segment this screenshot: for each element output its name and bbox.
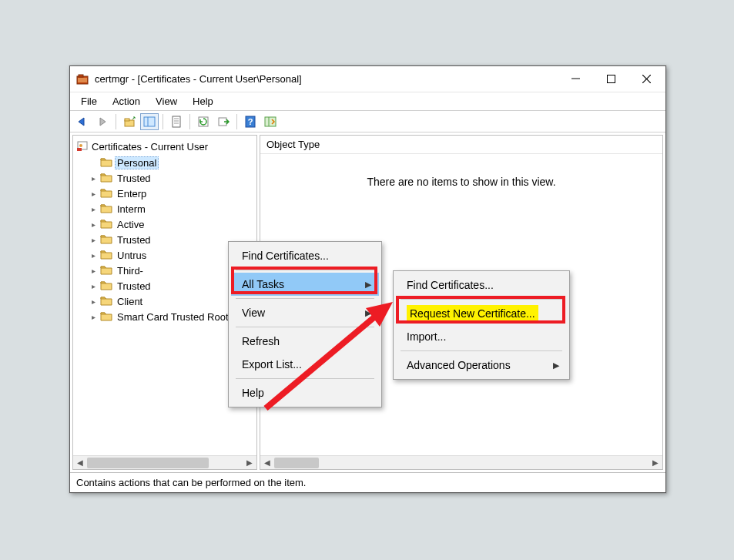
- ctx-view[interactable]: View ▶: [231, 301, 379, 324]
- highlight-request: Request New Certificate...: [407, 305, 538, 322]
- svg-text:?: ?: [248, 117, 253, 126]
- context-menu-2: Find Certificates... Request New Certifi…: [393, 270, 570, 380]
- ctx2-find-certificates[interactable]: Find Certificates...: [396, 273, 567, 297]
- tree-root[interactable]: Certificates - Current User: [76, 139, 256, 155]
- tree-item[interactable]: Personal: [89, 155, 256, 170]
- expander-icon[interactable]: ▸: [89, 312, 98, 321]
- menubar: File Action View Help: [70, 92, 665, 111]
- folder-icon: [100, 295, 112, 308]
- copy-button[interactable]: [167, 113, 186, 130]
- show-tree-button[interactable]: [140, 113, 159, 130]
- expander-icon[interactable]: ▸: [89, 235, 98, 244]
- cert-root-icon: [76, 139, 89, 154]
- ctx-find-certificates[interactable]: Find Certificates...: [231, 244, 379, 267]
- tree-item-label: Trusted: [115, 173, 153, 184]
- expander-icon[interactable]: ▸: [89, 266, 98, 275]
- tree-root-label: Certificates - Current User: [92, 141, 208, 153]
- ctx2-request-new-certificate[interactable]: Request New Certificate...: [396, 302, 567, 325]
- tree-item-label: Trusted: [115, 280, 153, 292]
- tree-item-label: Client: [115, 296, 145, 307]
- context-separator: [236, 327, 374, 327]
- expander-icon[interactable]: ▸: [89, 281, 98, 290]
- toolbar-separator: [236, 114, 237, 129]
- context-menu-1: Find Certificates... All Tasks ▶ View ▶ …: [228, 241, 382, 407]
- column-header-object-type[interactable]: Object Type: [260, 136, 662, 154]
- tree-item-label: Enterp: [115, 188, 149, 200]
- refresh-button[interactable]: [194, 113, 213, 130]
- context-separator: [401, 299, 562, 300]
- tree-item-label: Third-: [115, 265, 146, 277]
- tree-item[interactable]: ▸Trusted: [89, 170, 256, 186]
- up-button[interactable]: [120, 113, 139, 130]
- export-button[interactable]: [214, 113, 233, 130]
- tree-item-label: Active: [115, 219, 146, 230]
- folder-icon: [100, 310, 112, 324]
- toolbar-separator: [189, 114, 190, 129]
- titlebar: certmgr - [Certificates - Current User\P…: [70, 66, 665, 92]
- menu-view[interactable]: View: [148, 94, 185, 109]
- svg-rect-4: [607, 75, 615, 83]
- tree-item-label: Personal: [115, 156, 159, 169]
- submenu-arrow-icon: ▶: [365, 280, 371, 290]
- tree-item-label: Trusted: [115, 234, 153, 246]
- tree-item[interactable]: ▸Interm: [89, 201, 256, 216]
- maximize-button[interactable]: [593, 68, 628, 91]
- ctx-export-list[interactable]: Export List...: [231, 353, 379, 376]
- expander-icon[interactable]: ▸: [89, 220, 98, 229]
- folder-icon: [100, 172, 112, 185]
- empty-message: There are no items to show in this view.: [260, 154, 662, 188]
- folder-icon: [100, 264, 112, 277]
- folder-icon: [100, 218, 112, 231]
- submenu-arrow-icon: ▶: [553, 360, 559, 371]
- status-text: Contains actions that can be performed o…: [76, 477, 306, 488]
- expander-icon[interactable]: ▸: [89, 250, 98, 260]
- back-button[interactable]: [73, 113, 92, 130]
- svg-rect-9: [144, 117, 155, 126]
- expander-icon[interactable]: ▸: [89, 204, 98, 213]
- context-separator: [236, 298, 374, 299]
- find-button[interactable]: [261, 113, 280, 130]
- ctx2-import[interactable]: Import...: [396, 325, 567, 348]
- svg-rect-1: [78, 78, 87, 82]
- context-separator: [236, 378, 374, 379]
- ctx-help[interactable]: Help: [231, 381, 379, 404]
- toolbar-separator: [163, 114, 163, 129]
- menu-file[interactable]: File: [73, 94, 105, 109]
- ctx-all-tasks[interactable]: All Tasks ▶: [231, 273, 379, 296]
- expander-icon[interactable]: [89, 158, 98, 167]
- list-hscrollbar[interactable]: ◀ ▶: [260, 455, 662, 469]
- ctx-refresh[interactable]: Refresh: [231, 330, 379, 353]
- app-icon: [76, 73, 89, 86]
- tree-item[interactable]: ▸Active: [89, 216, 256, 232]
- scroll-right-icon[interactable]: ▶: [243, 456, 256, 470]
- scroll-right-icon[interactable]: ▶: [649, 456, 662, 470]
- folder-icon: [100, 233, 112, 246]
- expander-icon[interactable]: ▸: [89, 297, 98, 306]
- window-title: certmgr - [Certificates - Current User\P…: [95, 73, 558, 85]
- svg-rect-2: [79, 75, 83, 77]
- svg-rect-11: [173, 116, 180, 127]
- help-button[interactable]: ?: [241, 113, 260, 130]
- scroll-left-icon[interactable]: ◀: [73, 456, 87, 470]
- ctx2-advanced-operations[interactable]: Advanced Operations ▶: [396, 354, 567, 377]
- menu-help[interactable]: Help: [185, 94, 221, 109]
- toolbar: ?: [70, 111, 665, 132]
- expander-icon[interactable]: ▸: [89, 189, 98, 198]
- folder-icon: [100, 203, 112, 216]
- menu-action[interactable]: Action: [105, 94, 148, 109]
- svg-rect-23: [77, 148, 82, 151]
- expander-icon[interactable]: ▸: [89, 173, 98, 183]
- svg-point-22: [79, 144, 82, 147]
- close-button[interactable]: [628, 68, 664, 91]
- tree-hscrollbar[interactable]: ◀ ▶: [73, 455, 256, 469]
- svg-rect-8: [125, 119, 129, 121]
- scroll-left-icon[interactable]: ◀: [260, 456, 274, 470]
- toolbar-separator: [116, 114, 116, 129]
- tree-item[interactable]: ▸Enterp: [89, 186, 256, 201]
- forward-button[interactable]: [93, 113, 112, 130]
- statusbar: Contains actions that can be performed o…: [70, 472, 665, 492]
- submenu-arrow-icon: ▶: [365, 308, 371, 318]
- tree-item-label: Smart Card Trusted Roots: [115, 311, 236, 323]
- context-separator: [236, 270, 374, 270]
- minimize-button[interactable]: [558, 68, 593, 91]
